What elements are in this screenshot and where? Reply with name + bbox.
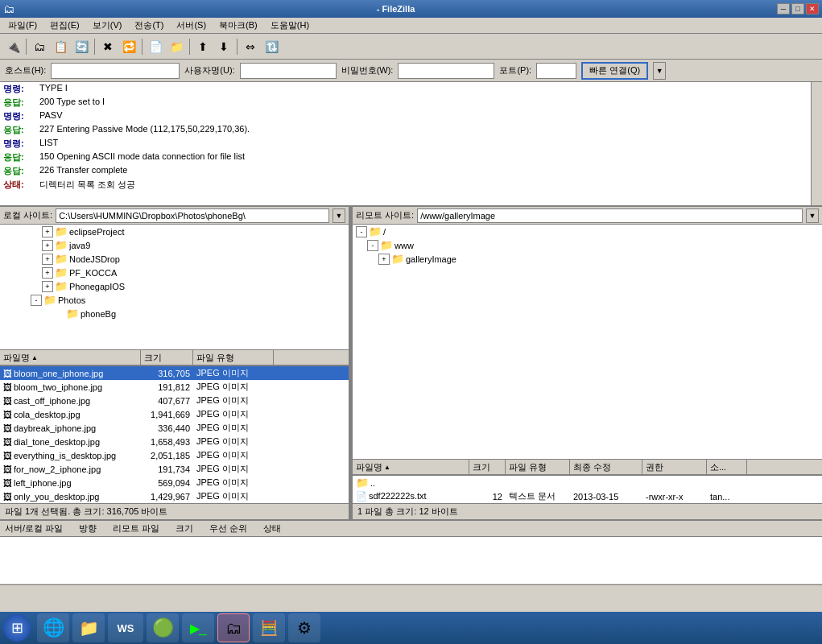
local-col-name[interactable]: 파일명 ▲	[0, 350, 141, 365]
menu-bookmark[interactable]: 북마크(B)	[214, 18, 262, 33]
close-button[interactable]: ✕	[806, 3, 819, 14]
port-input[interactable]	[536, 63, 576, 79]
local-file-row[interactable]: 🖼cola_desktop.jpg 1,941,669 JPEG 이미지	[0, 407, 349, 421]
remote-tree-item[interactable]: -📁/	[353, 225, 822, 238]
toolbar-refresh[interactable]: 🔄	[72, 37, 91, 56]
expand-icon[interactable]: -	[356, 226, 367, 237]
queue-col-status[interactable]: 상태	[263, 522, 281, 535]
toolbar-sync[interactable]: 🔃	[262, 37, 281, 56]
remote-tree-item[interactable]: +📁galleryImage	[353, 252, 822, 266]
local-file-row[interactable]: 🖼for_now_2_iphone.jpg 191,734 JPEG 이미지	[0, 462, 349, 476]
local-tree-item[interactable]: 📁phoneBg	[0, 307, 349, 320]
chrome-taskbar-btn[interactable]: 🌐	[37, 613, 69, 642]
remote-col-type[interactable]: 파일 유형	[506, 460, 570, 474]
toolbar-site-manager[interactable]: 🗂	[30, 37, 49, 56]
local-path-input[interactable]	[56, 208, 329, 223]
toolbar-upload[interactable]: ⬆	[193, 37, 213, 56]
remote-col-size[interactable]: 크기	[469, 460, 506, 474]
tree-item-label: PhonegapIOS	[69, 282, 125, 291]
local-file-row[interactable]: 🖼cast_off_iphone.jpg 407,677 JPEG 이미지	[0, 394, 349, 407]
local-col-type[interactable]: 파일 유형	[193, 350, 274, 365]
remote-tree-item[interactable]: -📁www	[353, 238, 822, 252]
host-input[interactable]	[51, 63, 180, 79]
remote-file-row[interactable]: 📁..	[353, 476, 822, 489]
remote-col-owner[interactable]: 소...	[707, 460, 747, 474]
expand-icon[interactable]: -	[31, 295, 42, 306]
local-tree-item[interactable]: +📁java9	[0, 238, 349, 252]
log-type: 명령:	[3, 110, 39, 122]
queue-col-direction[interactable]: 방향	[79, 522, 97, 535]
toolbar-compare[interactable]: ⇔	[241, 37, 260, 56]
local-file-row[interactable]: 🖼everything_is_desktop.jpg 2,051,185 JPE…	[0, 448, 349, 462]
file-type: JPEG 이미지	[193, 408, 274, 420]
local-col-size[interactable]: 크기	[141, 350, 193, 365]
remote-path-dropdown[interactable]: ▼	[806, 208, 819, 223]
toolbar-new-connection[interactable]: 🔌	[3, 37, 23, 56]
file-type: JPEG 이미지	[193, 381, 274, 393]
file-size: 12	[469, 492, 506, 502]
expand-icon[interactable]: +	[42, 240, 53, 251]
pass-input[interactable]	[398, 63, 494, 79]
toolbar-download[interactable]: ⬇	[214, 37, 233, 56]
toolbar-reconnect[interactable]: 🔁	[119, 37, 138, 56]
file-size: 336,440	[141, 423, 193, 433]
menu-view[interactable]: 보기(V)	[88, 18, 127, 33]
local-tree-item[interactable]: +📁NodeJSDrop	[0, 252, 349, 266]
expand-icon[interactable]: +	[42, 267, 53, 279]
start-button[interactable]: ⊞	[3, 614, 31, 642]
remote-col-name-label: 파일명	[356, 461, 382, 473]
tree-item-label: NodeJSDrop	[69, 254, 120, 264]
quick-connect-button[interactable]: 빠른 연결(Q)	[581, 62, 648, 80]
terminal-taskbar-btn[interactable]: ▶_	[182, 613, 214, 642]
remote-file-row[interactable]: 📄sdf222222s.txt 12 텍스트 문서 2013-03-15 -rw…	[353, 489, 822, 503]
local-file-row[interactable]: 🖼left_iphone.jpg 569,094 JPEG 이미지	[0, 476, 349, 489]
menu-help[interactable]: 도움말(H)	[266, 18, 314, 33]
user-input[interactable]	[240, 63, 337, 79]
local-tree-item[interactable]: +📁eclipseProject	[0, 225, 349, 238]
maximize-button[interactable]: □	[791, 3, 804, 14]
local-file-row[interactable]: 🖼dial_tone_desktop.jpg 1,658,493 JPEG 이미…	[0, 435, 349, 448]
local-tree-item[interactable]: +📁PF_KOCCA	[0, 266, 349, 279]
remote-path-input[interactable]	[417, 208, 803, 223]
local-file-row[interactable]: 🖼bloom_one_iphone.jpg 316,705 JPEG 이미지	[0, 366, 349, 380]
local-path-dropdown[interactable]: ▼	[333, 208, 345, 223]
queue-col-priority[interactable]: 우선 순위	[209, 522, 247, 535]
calculator-taskbar-btn[interactable]: 🧮	[253, 613, 285, 642]
toolbar-process-queue[interactable]: 📋	[51, 37, 70, 56]
local-tree-item[interactable]: -📁Photos	[0, 293, 349, 307]
expand-icon[interactable]: +	[378, 254, 390, 265]
remote-col-perms[interactable]: 권한	[642, 460, 707, 474]
menu-server[interactable]: 서버(S)	[171, 18, 211, 33]
minimize-button[interactable]: ─	[777, 3, 790, 14]
ws-icon: WS	[118, 622, 134, 634]
explorer-taskbar-btn[interactable]: 📁	[72, 613, 105, 642]
queue-col-server[interactable]: 서버/로컬 파일	[5, 522, 63, 535]
local-file-row[interactable]: 🖼only_you_desktop.jpg 1,429,967 JPEG 이미지	[0, 489, 349, 503]
file-icon: 🖼	[3, 396, 12, 406]
filezilla-taskbar-btn[interactable]: 🗂	[217, 613, 250, 642]
ws-taskbar-btn[interactable]: WS	[108, 613, 143, 642]
menu-file[interactable]: 파일(F)	[3, 18, 42, 33]
log-scrollbar[interactable]	[811, 82, 822, 205]
queue-col-remote[interactable]: 리모트 파일	[113, 522, 159, 535]
quick-connect-dropdown[interactable]: ▼	[653, 62, 666, 80]
menu-edit[interactable]: 편집(E)	[45, 18, 85, 33]
toolbar-filelisting[interactable]: 📄	[146, 37, 165, 56]
toolbar-dirname[interactable]: 📁	[167, 37, 186, 56]
menu-transfer[interactable]: 전송(T)	[130, 18, 168, 33]
app5-taskbar-btn[interactable]: 🟢	[147, 613, 179, 642]
expand-icon[interactable]: +	[42, 281, 53, 292]
remote-col-name[interactable]: 파일명 ▲	[353, 460, 469, 474]
queue-col-size[interactable]: 크기	[176, 522, 193, 535]
expand-icon[interactable]: +	[42, 226, 53, 237]
local-tree-item[interactable]: +📁PhonegapIOS	[0, 279, 349, 293]
expand-icon[interactable]: -	[367, 240, 378, 251]
local-file-row[interactable]: 🖼daybreak_iphone.jpg 336,440 JPEG 이미지	[0, 421, 349, 435]
toolbar-cancel[interactable]: ✖	[98, 37, 118, 56]
local-file-row[interactable]: 🖼bloom_two_iphone.jpg 191,812 JPEG 이미지	[0, 380, 349, 394]
remote-col-modified[interactable]: 최종 수정	[570, 460, 642, 474]
expand-icon[interactable]: +	[42, 254, 53, 265]
local-filelist-header: 파일명 ▲ 크기 파일 유형	[0, 350, 349, 366]
settings-taskbar-btn[interactable]: ⚙	[288, 613, 320, 642]
file-size: 2,051,185	[141, 451, 193, 460]
